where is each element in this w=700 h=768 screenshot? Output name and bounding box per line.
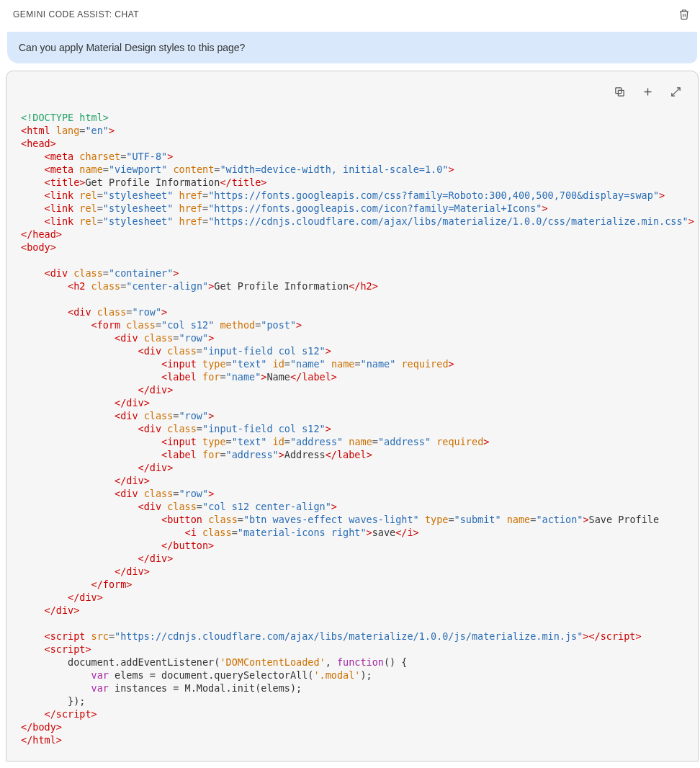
user-message-bubble: Can you apply Material Design styles to … [7, 32, 697, 63]
insert-code-button[interactable] [640, 84, 655, 99]
code-toolbar [6, 71, 698, 99]
user-message-text: Can you apply Material Design styles to … [19, 42, 245, 53]
panel-title: GEMINI CODE ASSIST: CHAT [13, 9, 139, 19]
code-content: <!DOCTYPE html> <html lang="en"> <head> … [6, 99, 698, 761]
expand-icon [670, 86, 682, 98]
plus-icon [642, 86, 654, 98]
copy-icon [614, 86, 626, 98]
clear-chat-button[interactable] [677, 7, 691, 22]
assistant-code-block: <!DOCTYPE html> <html lang="en"> <head> … [6, 71, 699, 762]
expand-code-button[interactable] [668, 84, 683, 99]
copy-code-button[interactable] [612, 84, 627, 99]
trash-icon [678, 9, 690, 20]
panel-header: GEMINI CODE ASSIST: CHAT [0, 0, 700, 27]
